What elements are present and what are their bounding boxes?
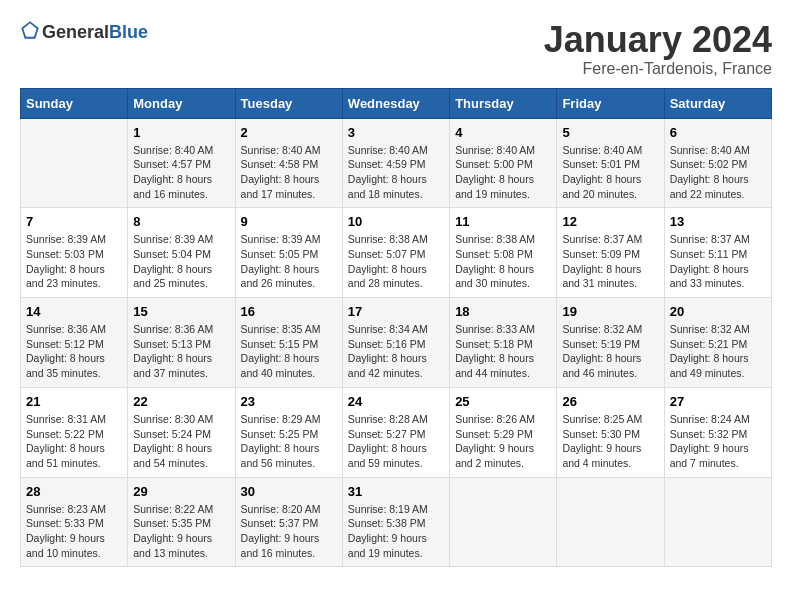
calendar-table: SundayMondayTuesdayWednesdayThursdayFrid…: [20, 88, 772, 568]
day-info: Sunrise: 8:26 AMSunset: 5:29 PMDaylight:…: [455, 412, 551, 471]
calendar-week-row: 21Sunrise: 8:31 AMSunset: 5:22 PMDayligh…: [21, 387, 772, 477]
calendar-cell: 25Sunrise: 8:26 AMSunset: 5:29 PMDayligh…: [450, 387, 557, 477]
day-of-week-header: Wednesday: [342, 88, 449, 118]
calendar-cell: 18Sunrise: 8:33 AMSunset: 5:18 PMDayligh…: [450, 298, 557, 388]
day-number: 17: [348, 304, 444, 319]
calendar-cell: 27Sunrise: 8:24 AMSunset: 5:32 PMDayligh…: [664, 387, 771, 477]
calendar-cell: 10Sunrise: 8:38 AMSunset: 5:07 PMDayligh…: [342, 208, 449, 298]
day-number: 2: [241, 125, 337, 140]
calendar-cell: 29Sunrise: 8:22 AMSunset: 5:35 PMDayligh…: [128, 477, 235, 567]
day-info: Sunrise: 8:39 AMSunset: 5:05 PMDaylight:…: [241, 232, 337, 291]
day-info: Sunrise: 8:32 AMSunset: 5:21 PMDaylight:…: [670, 322, 766, 381]
day-number: 31: [348, 484, 444, 499]
calendar-cell: 1Sunrise: 8:40 AMSunset: 4:57 PMDaylight…: [128, 118, 235, 208]
day-number: 27: [670, 394, 766, 409]
calendar-cell: 11Sunrise: 8:38 AMSunset: 5:08 PMDayligh…: [450, 208, 557, 298]
calendar-cell: 24Sunrise: 8:28 AMSunset: 5:27 PMDayligh…: [342, 387, 449, 477]
day-info: Sunrise: 8:40 AMSunset: 5:00 PMDaylight:…: [455, 143, 551, 202]
day-info: Sunrise: 8:29 AMSunset: 5:25 PMDaylight:…: [241, 412, 337, 471]
calendar-cell: 5Sunrise: 8:40 AMSunset: 5:01 PMDaylight…: [557, 118, 664, 208]
day-info: Sunrise: 8:33 AMSunset: 5:18 PMDaylight:…: [455, 322, 551, 381]
calendar-cell: 28Sunrise: 8:23 AMSunset: 5:33 PMDayligh…: [21, 477, 128, 567]
day-number: 12: [562, 214, 658, 229]
page-subtitle: Fere-en-Tardenois, France: [544, 60, 772, 78]
day-number: 6: [670, 125, 766, 140]
calendar-cell: 13Sunrise: 8:37 AMSunset: 5:11 PMDayligh…: [664, 208, 771, 298]
calendar-cell: [450, 477, 557, 567]
calendar-cell: 9Sunrise: 8:39 AMSunset: 5:05 PMDaylight…: [235, 208, 342, 298]
logo-general: GeneralBlue: [42, 22, 148, 43]
calendar-cell: 21Sunrise: 8:31 AMSunset: 5:22 PMDayligh…: [21, 387, 128, 477]
day-info: Sunrise: 8:19 AMSunset: 5:38 PMDaylight:…: [348, 502, 444, 561]
day-number: 23: [241, 394, 337, 409]
day-info: Sunrise: 8:38 AMSunset: 5:08 PMDaylight:…: [455, 232, 551, 291]
calendar-cell: 17Sunrise: 8:34 AMSunset: 5:16 PMDayligh…: [342, 298, 449, 388]
day-of-week-header: Tuesday: [235, 88, 342, 118]
day-info: Sunrise: 8:23 AMSunset: 5:33 PMDaylight:…: [26, 502, 122, 561]
day-info: Sunrise: 8:38 AMSunset: 5:07 PMDaylight:…: [348, 232, 444, 291]
day-number: 5: [562, 125, 658, 140]
day-number: 14: [26, 304, 122, 319]
day-info: Sunrise: 8:36 AMSunset: 5:12 PMDaylight:…: [26, 322, 122, 381]
day-number: 1: [133, 125, 229, 140]
day-info: Sunrise: 8:40 AMSunset: 4:59 PMDaylight:…: [348, 143, 444, 202]
day-number: 4: [455, 125, 551, 140]
title-block: January 2024 Fere-en-Tardenois, France: [544, 20, 772, 78]
calendar-header-row: SundayMondayTuesdayWednesdayThursdayFrid…: [21, 88, 772, 118]
calendar-week-row: 14Sunrise: 8:36 AMSunset: 5:12 PMDayligh…: [21, 298, 772, 388]
day-of-week-header: Thursday: [450, 88, 557, 118]
page-header: GeneralBlue January 2024 Fere-en-Tardeno…: [20, 20, 772, 78]
calendar-cell: 22Sunrise: 8:30 AMSunset: 5:24 PMDayligh…: [128, 387, 235, 477]
day-info: Sunrise: 8:20 AMSunset: 5:37 PMDaylight:…: [241, 502, 337, 561]
day-info: Sunrise: 8:24 AMSunset: 5:32 PMDaylight:…: [670, 412, 766, 471]
day-of-week-header: Monday: [128, 88, 235, 118]
day-info: Sunrise: 8:40 AMSunset: 5:01 PMDaylight:…: [562, 143, 658, 202]
day-info: Sunrise: 8:37 AMSunset: 5:09 PMDaylight:…: [562, 232, 658, 291]
day-info: Sunrise: 8:28 AMSunset: 5:27 PMDaylight:…: [348, 412, 444, 471]
day-info: Sunrise: 8:40 AMSunset: 5:02 PMDaylight:…: [670, 143, 766, 202]
day-info: Sunrise: 8:22 AMSunset: 5:35 PMDaylight:…: [133, 502, 229, 561]
day-info: Sunrise: 8:34 AMSunset: 5:16 PMDaylight:…: [348, 322, 444, 381]
day-info: Sunrise: 8:37 AMSunset: 5:11 PMDaylight:…: [670, 232, 766, 291]
day-number: 7: [26, 214, 122, 229]
day-info: Sunrise: 8:30 AMSunset: 5:24 PMDaylight:…: [133, 412, 229, 471]
calendar-cell: [21, 118, 128, 208]
calendar-cell: [664, 477, 771, 567]
calendar-cell: 30Sunrise: 8:20 AMSunset: 5:37 PMDayligh…: [235, 477, 342, 567]
calendar-cell: 15Sunrise: 8:36 AMSunset: 5:13 PMDayligh…: [128, 298, 235, 388]
day-number: 8: [133, 214, 229, 229]
day-number: 19: [562, 304, 658, 319]
day-info: Sunrise: 8:31 AMSunset: 5:22 PMDaylight:…: [26, 412, 122, 471]
day-info: Sunrise: 8:36 AMSunset: 5:13 PMDaylight:…: [133, 322, 229, 381]
logo: GeneralBlue: [20, 20, 148, 44]
calendar-cell: 23Sunrise: 8:29 AMSunset: 5:25 PMDayligh…: [235, 387, 342, 477]
calendar-week-row: 28Sunrise: 8:23 AMSunset: 5:33 PMDayligh…: [21, 477, 772, 567]
calendar-cell: 2Sunrise: 8:40 AMSunset: 4:58 PMDaylight…: [235, 118, 342, 208]
calendar-cell: 16Sunrise: 8:35 AMSunset: 5:15 PMDayligh…: [235, 298, 342, 388]
calendar-cell: 7Sunrise: 8:39 AMSunset: 5:03 PMDaylight…: [21, 208, 128, 298]
calendar-cell: 26Sunrise: 8:25 AMSunset: 5:30 PMDayligh…: [557, 387, 664, 477]
day-number: 16: [241, 304, 337, 319]
day-number: 26: [562, 394, 658, 409]
day-number: 18: [455, 304, 551, 319]
day-info: Sunrise: 8:25 AMSunset: 5:30 PMDaylight:…: [562, 412, 658, 471]
day-number: 21: [26, 394, 122, 409]
day-number: 22: [133, 394, 229, 409]
day-number: 11: [455, 214, 551, 229]
calendar-cell: 3Sunrise: 8:40 AMSunset: 4:59 PMDaylight…: [342, 118, 449, 208]
calendar-cell: 31Sunrise: 8:19 AMSunset: 5:38 PMDayligh…: [342, 477, 449, 567]
day-number: 15: [133, 304, 229, 319]
day-info: Sunrise: 8:39 AMSunset: 5:03 PMDaylight:…: [26, 232, 122, 291]
day-of-week-header: Sunday: [21, 88, 128, 118]
calendar-cell: 20Sunrise: 8:32 AMSunset: 5:21 PMDayligh…: [664, 298, 771, 388]
calendar-cell: [557, 477, 664, 567]
day-info: Sunrise: 8:32 AMSunset: 5:19 PMDaylight:…: [562, 322, 658, 381]
day-number: 3: [348, 125, 444, 140]
calendar-cell: 8Sunrise: 8:39 AMSunset: 5:04 PMDaylight…: [128, 208, 235, 298]
day-of-week-header: Friday: [557, 88, 664, 118]
day-number: 25: [455, 394, 551, 409]
calendar-week-row: 1Sunrise: 8:40 AMSunset: 4:57 PMDaylight…: [21, 118, 772, 208]
day-number: 20: [670, 304, 766, 319]
day-number: 13: [670, 214, 766, 229]
day-number: 10: [348, 214, 444, 229]
